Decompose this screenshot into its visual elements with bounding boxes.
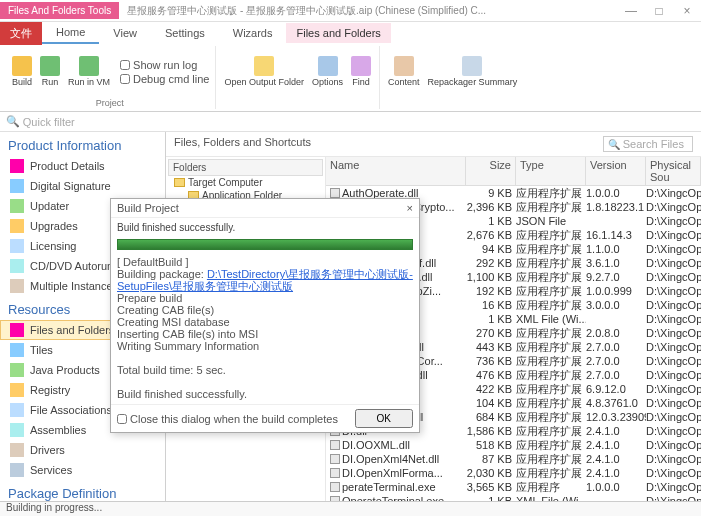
group-project: Project [96, 97, 124, 109]
build-button[interactable]: Build [10, 54, 34, 89]
window-title: 星报服务管理中心测试版 - 星报服务管理中心测试版.aip (Chinese (… [127, 4, 617, 18]
tool-tab: Files And Folders Tools [0, 2, 119, 19]
dialog-close-icon[interactable]: × [407, 202, 413, 214]
tab-files-folders[interactable]: Files and Folders [286, 23, 390, 43]
build-dialog: Build Project× Build finished successful… [110, 198, 420, 433]
progress-bar [117, 239, 413, 250]
find-button[interactable]: Find [349, 54, 373, 89]
search-files[interactable]: 🔍 Search Files [603, 136, 693, 152]
col-size[interactable]: Size [466, 157, 516, 185]
nav-services[interactable]: Services [0, 460, 165, 480]
options-button[interactable]: Options [310, 54, 345, 89]
nav-product-details[interactable]: Product Details [0, 156, 165, 176]
tab-settings[interactable]: Settings [151, 23, 219, 43]
tree-target-computer[interactable]: Target Computer [168, 176, 323, 189]
build-log: [ DefaultBuild ] Building package: D:\Te… [111, 252, 419, 404]
col-name[interactable]: Name [326, 157, 466, 185]
file-row[interactable]: perateTerminal.exe3,565 KB应用程序1.0.0.0D:\… [326, 480, 701, 494]
nav-drivers[interactable]: Drivers [0, 440, 165, 460]
tab-wizards[interactable]: Wizards [219, 23, 287, 43]
file-row[interactable]: DI.OpenXmlForma...2,030 KB应用程序扩展2.4.1.0D… [326, 466, 701, 480]
section-product-info: Product Information [0, 132, 165, 156]
open-output-button[interactable]: Open Output Folder [222, 54, 306, 89]
show-run-log[interactable]: Show run log [120, 59, 209, 71]
minimize-icon[interactable]: — [617, 4, 645, 18]
maximize-icon[interactable]: □ [645, 4, 673, 18]
tab-view[interactable]: View [99, 23, 151, 43]
run-vm-button[interactable]: Run in VM [66, 54, 112, 89]
content-button[interactable]: Content [386, 54, 422, 89]
close-on-complete[interactable]: Close this dialog when the build complet… [117, 413, 338, 425]
nav-digital-signature[interactable]: Digital Signature [0, 176, 165, 196]
quick-filter[interactable]: Quick filter [23, 116, 75, 128]
dialog-title: Build Project [117, 202, 179, 214]
run-button[interactable]: Run [38, 54, 62, 89]
file-menu[interactable]: 文件 [0, 22, 42, 45]
file-row[interactable]: DI.OOXML.dll518 KB应用程序扩展2.4.1.0D:\XingcO… [326, 438, 701, 452]
search-icon: 🔍 [6, 115, 20, 128]
ok-button[interactable]: OK [355, 409, 413, 428]
col-version[interactable]: Version [586, 157, 646, 185]
col-physical[interactable]: Physical Sou [646, 157, 701, 185]
tab-home[interactable]: Home [42, 22, 99, 44]
file-row[interactable]: DI.OpenXml4Net.dll87 KB应用程序扩展2.4.1.0D:\X… [326, 452, 701, 466]
col-type[interactable]: Type [516, 157, 586, 185]
dialog-message: Build finished successfully. [111, 218, 419, 237]
debug-cmd-line[interactable]: Debug cmd line [120, 73, 209, 85]
status-bar: Building in progress... [0, 501, 701, 516]
folders-header: Folders [168, 159, 323, 176]
close-icon[interactable]: × [673, 4, 701, 18]
repackager-button[interactable]: Repackager Summary [426, 54, 520, 89]
panel-title: Files, Folders and Shortcuts [174, 136, 311, 152]
